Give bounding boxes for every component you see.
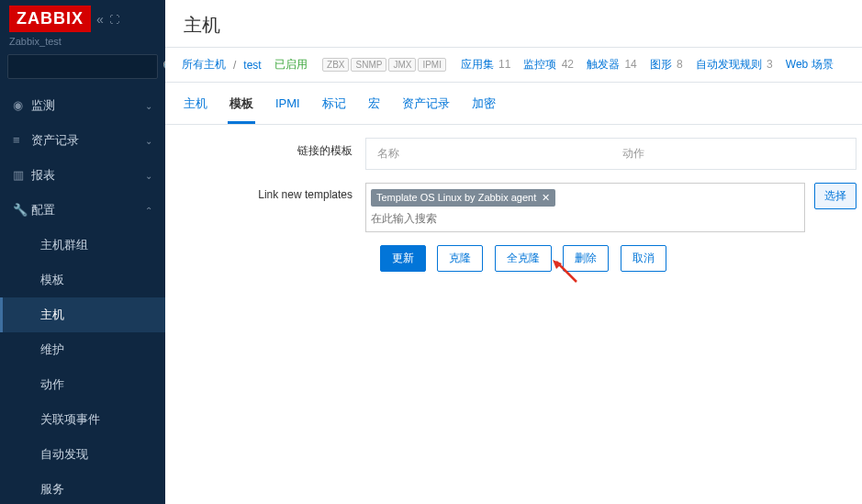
nav-sub-item[interactable]: 自动发现	[0, 437, 165, 472]
full-clone-button[interactable]: 全克隆	[495, 245, 552, 272]
tab[interactable]: 模板	[228, 90, 255, 124]
chevron-icon: ⌄	[145, 136, 152, 146]
linked-col-action: 动作	[611, 139, 856, 169]
breadcrumb-link[interactable]: 应用集 11	[461, 58, 511, 71]
cancel-button[interactable]: 取消	[621, 245, 666, 272]
template-chip-label: Template OS Linux by Zabbix agent	[376, 192, 536, 203]
chevron-icon: ⌄	[145, 171, 152, 181]
breadcrumb-link[interactable]: Web 场景	[786, 58, 834, 71]
tab[interactable]: 宏	[366, 90, 382, 121]
linked-col-name: 名称	[366, 139, 611, 169]
tab[interactable]: 标记	[320, 90, 348, 121]
tabs: 主机模板IPMI标记宏资产记录加密	[165, 83, 862, 125]
delete-button[interactable]: 删除	[563, 245, 609, 272]
multi-select[interactable]: Template OS Linux by Zabbix agent ✕	[365, 183, 805, 232]
linked-templates-table: 名称 动作	[365, 138, 856, 170]
linked-templates-label: 链接的模板	[182, 138, 365, 159]
select-button[interactable]: 选择	[814, 183, 856, 209]
main: 主机 所有主机 / test 已启用 ZBXSNMPJMXIPMI 应用集 11…	[165, 0, 862, 504]
nav-sub-item[interactable]: 维护	[0, 332, 165, 367]
breadcrumb-link[interactable]: 监控项 42	[523, 58, 574, 71]
nav-sub-item[interactable]: 服务	[0, 472, 165, 504]
sidebar: ZABBIX « ⛶ Zabbix_test 🔍 ◉监测⌄≡资产记录⌄▥报表⌄🔧…	[0, 0, 165, 504]
search-box[interactable]: 🔍	[7, 54, 158, 79]
breadcrumb-link[interactable]: 触发器 14	[587, 58, 637, 71]
update-button[interactable]: 更新	[380, 245, 426, 272]
breadcrumb-all-hosts[interactable]: 所有主机	[182, 57, 226, 73]
clone-button[interactable]: 克隆	[437, 245, 483, 272]
search-input[interactable]	[8, 55, 155, 78]
nav-item-0[interactable]: ◉监测⌄	[0, 88, 165, 123]
breadcrumb-host[interactable]: test	[243, 59, 261, 72]
tab[interactable]: 加密	[470, 90, 498, 121]
form-area: 链接的模板 名称 动作 Link new templates Template …	[165, 125, 862, 285]
nav-sub-item[interactable]: 主机群组	[0, 228, 165, 263]
tab[interactable]: 资产记录	[400, 90, 452, 121]
tab[interactable]: IPMI	[274, 91, 302, 119]
nav-sub-item[interactable]: 关联项事件	[0, 402, 165, 437]
status-badge: 已启用	[274, 57, 308, 73]
template-chip: Template OS Linux by Zabbix agent ✕	[371, 189, 555, 207]
nav-item-1[interactable]: ≡资产记录⌄	[0, 123, 165, 158]
interface-tag: IPMI	[418, 58, 446, 72]
logo[interactable]: ZABBIX	[9, 6, 91, 32]
chevron-icon: ⌄	[145, 101, 152, 111]
breadcrumb-links: 应用集 11监控项 42触发器 14图形 8自动发现规则 3Web 场景	[461, 57, 846, 73]
nav-icon: 🔧	[13, 203, 31, 217]
server-name: Zabbix_test	[0, 36, 165, 54]
nav-sub-item[interactable]: 主机	[0, 297, 165, 332]
interface-tags: ZBXSNMPJMXIPMI	[321, 58, 447, 72]
interface-tag: SNMP	[351, 58, 386, 72]
breadcrumb-link[interactable]: 自动发现规则 3	[696, 58, 773, 71]
nav-item-2[interactable]: ▥报表⌄	[0, 158, 165, 193]
nav-icon: ≡	[13, 133, 31, 147]
nav-sub-item[interactable]: 模板	[0, 263, 165, 297]
interface-tag: JMX	[388, 58, 416, 72]
nav-item-3[interactable]: 🔧配置⌃	[0, 193, 165, 228]
separator: /	[233, 59, 236, 72]
chevron-icon: ⌃	[145, 206, 152, 216]
search-wrap: 🔍	[0, 54, 165, 88]
expand-icon[interactable]: ⛶	[109, 14, 119, 25]
remove-template-icon[interactable]: ✕	[542, 192, 550, 204]
nav-icon: ▥	[13, 168, 31, 182]
collapse-icon[interactable]: «	[96, 12, 104, 27]
tab[interactable]: 主机	[182, 90, 209, 121]
breadcrumb-row: 所有主机 / test 已启用 ZBXSNMPJMXIPMI 应用集 11监控项…	[165, 48, 862, 83]
link-new-label: Link new templates	[182, 183, 365, 201]
nav: ◉监测⌄≡资产记录⌄▥报表⌄🔧配置⌃主机群组模板主机维护动作关联项事件自动发现服…	[0, 88, 165, 504]
breadcrumb-link[interactable]: 图形 8	[650, 58, 683, 71]
interface-tag: ZBX	[322, 58, 349, 72]
template-search-input[interactable]	[371, 210, 800, 227]
nav-sub-item[interactable]: 动作	[0, 367, 165, 402]
nav-icon: ◉	[13, 98, 31, 112]
sidebar-header: ZABBIX « ⛶	[0, 0, 165, 36]
page-title: 主机	[165, 0, 862, 48]
action-buttons: 更新 克隆 全克隆 删除 取消	[182, 245, 856, 272]
